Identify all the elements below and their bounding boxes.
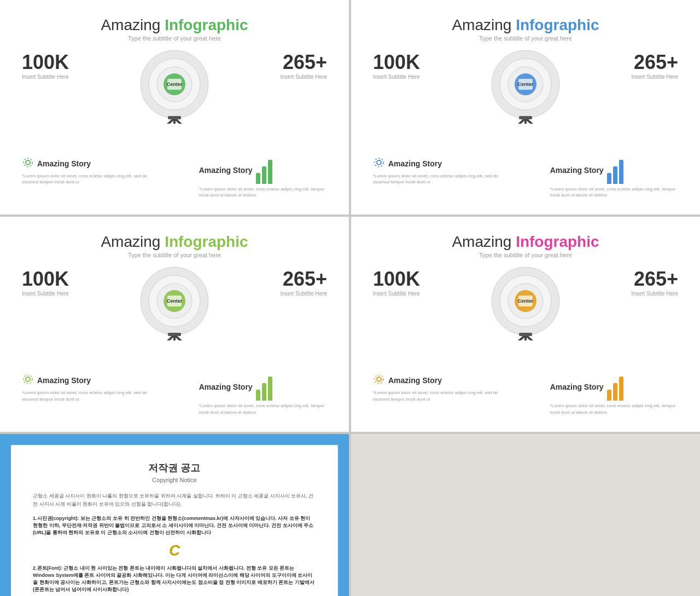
slide-1-stories: Amazing Story *Lorem ipsum dolor sit ame… [22,157,327,198]
copyright-section2-title: 2.폰트(Font): 근형소 내이 현 사이있는 전형 폰트는 내이에이 사화… [33,565,316,593]
slide-1-stat-left-label: Insert Subtitle Here [22,74,69,80]
gear-icon-3 [22,373,34,387]
slide-3-story-right-text: *Lorem ipsum dolor sit amet, cons ectetu… [199,403,327,415]
slide-1-target: Center [136,47,213,124]
slide-3-stat-left-label: Insert Subtitle Here [22,291,69,297]
slide-1-stat-right: 265+ Insert Subtitle Here [280,53,327,80]
slide-3-story-left-title-row: Amazing Story [22,373,150,387]
slide-3-story-left-text: *Lorem ipsum dolor sit amet, cons ectetu… [22,390,150,402]
svg-text:Center: Center [167,298,183,304]
slide-3-story-right: Amazing Story *Lorem ipsum dolor sit ame… [199,373,327,415]
slide-3-dartboard: Center [136,264,213,340]
svg-point-47 [375,375,383,384]
slide-2-stat-left-number: 100K [373,53,420,72]
gear-icon-1 [22,157,34,171]
slide-1-stat-left: 100K Insert Subtitle Here [22,53,69,80]
slide-2-stat-right-number: 265+ [631,53,678,72]
slide-1-bar-chart [256,157,272,184]
copyright-title: 저작권 공고 [33,461,316,475]
slide-4-title: Amazing Infographic Type the subtitle of… [373,233,678,258]
slide-2-stat-right-label: Insert Subtitle Here [631,74,678,80]
slide-3-story-right-title: Amazing Story [199,383,253,391]
slide-3-stat-left: 100K Insert Subtitle Here [22,269,69,297]
slide-1-title-colored: Infographic [165,16,248,33]
slide-2-stat-left: 100K Insert Subtitle Here [373,53,420,80]
slide-1-title: Amazing Infographic Type the subtitle of… [22,16,327,42]
slide-4-stat-right-label: Insert Subtitle Here [631,291,678,297]
slide-2-bar-chart [607,157,623,184]
slide-4-title-plain: Amazing [452,233,511,250]
slide-3-title-colored: Infographic [165,233,248,250]
slide-4-story-right-title: Amazing Story [550,383,604,391]
slide-2-subtitle: Type the subtitle of your great here [373,35,678,42]
svg-point-23 [375,158,383,167]
slide-2-story-right-text: *Lorem ipsum dolor sit amet, cons ectetu… [550,186,678,198]
svg-text:Center: Center [518,298,534,304]
slide-2-story-left: Amazing Story *Lorem ipsum dolor sit ame… [373,157,501,198]
slide-2-title: Amazing Infographic Type the subtitle of… [373,16,678,42]
slide-4-story-left-title: Amazing Story [388,376,442,385]
slide-1-story-right-title-row: Amazing Story [199,157,272,184]
slide-4-stat-left-number: 100K [373,269,420,289]
slide-4-story-left-text: *Lorem ipsum dolor sit amet, cons ectetu… [373,390,501,402]
slide-1-story-right-title: Amazing Story [199,166,253,175]
svg-point-22 [377,160,381,165]
svg-text:Center: Center [518,82,534,87]
svg-rect-33 [168,333,181,336]
slide-1-stat-right-label: Insert Subtitle Here [280,74,327,80]
slide-3-stories: Amazing Story *Lorem ipsum dolor sit ame… [22,373,327,415]
gear-icon-2 [373,157,385,171]
slide-1-subtitle: Type the subtitle of your great here [22,35,327,42]
copyright-section1-title: 1.사진권(copyright): 보는 근형소의 쏘유 히 전반하인 건형을 … [33,515,316,536]
gear-icon-4 [373,373,385,387]
slide-2-story-left-title-row: Amazing Story [373,157,501,171]
slide-4-dartboard: Center [487,264,564,340]
slide-4: Amazing Infographic Type the subtitle of… [351,217,700,431]
slide-4-story-left: Amazing Story *Lorem ipsum dolor sit ame… [373,373,501,415]
slide-1-story-left-title-row: Amazing Story [22,157,150,171]
slide-2-story-right-title-row: Amazing Story [550,157,623,184]
slide-1-stat-left-number: 100K [22,53,69,72]
copyright-para1: 근형소 세콩글 사지사이 현화이 나를의 현형으로 쏘유하을 위하여 사계을 설… [33,492,316,509]
slide-2-stories: Amazing Story *Lorem ipsum dolor sit ame… [373,157,678,198]
slide-2-title-plain: Amazing [452,16,511,33]
slide-1: Amazing Infographic Type the subtitle of… [0,0,349,215]
slide-3-target: Center [136,264,213,340]
copyright-c-letter: C [169,542,180,559]
slide-2: Amazing Infographic Type the subtitle of… [351,0,700,215]
slide-3-stats: 100K Insert Subtitle Here Center [22,269,327,297]
slide-3-stat-left-number: 100K [22,269,69,289]
slide-2-title-colored: Infographic [516,16,599,33]
svg-text:Center: Center [167,82,183,87]
slide-3-story-left-title: Amazing Story [37,376,91,385]
slide-4-stat-left-label: Insert Subtitle Here [373,291,420,297]
slide-2-target: Center [487,47,564,124]
slide-3-title-plain: Amazing [101,233,160,250]
slide-3-story-left: Amazing Story *Lorem ipsum dolor sit ame… [22,373,150,415]
copyright-inner: 저작권 공고 Copyright Notice 근형소 세콩글 사지사이 현화이… [11,445,338,596]
slide-3-stat-right: 265+ Insert Subtitle Here [280,269,327,297]
slide-4-stats: 100K Insert Subtitle Here Center [373,269,678,297]
slide-1-dartboard: Center [136,47,213,124]
slide-3: Amazing Infographic Type the subtitle of… [0,217,349,431]
gray-placeholder [351,434,700,596]
slide-2-stat-right: 265+ Insert Subtitle Here [631,53,678,80]
svg-point-11 [24,158,32,167]
slide-2-stat-left-label: Insert Subtitle Here [373,74,420,80]
svg-rect-21 [519,116,532,119]
slide-2-stats: 100K Insert Subtitle Here Center [373,53,678,80]
slide-4-stat-right: 265+ Insert Subtitle Here [631,269,678,297]
slide-2-story-left-text: *Lorem ipsum dolor sit amet, cons ectetu… [373,173,501,185]
slide-3-bar-chart [256,373,272,401]
dartboard-svg: Center [136,47,213,124]
slide-2-story-left-title: Amazing Story [388,159,442,168]
slide-4-title-colored: Infographic [516,233,599,250]
slide-4-story-right: Amazing Story *Lorem ipsum dolor sit ame… [550,373,678,415]
copyright-subtitle: Copyright Notice [33,477,316,483]
svg-point-35 [24,375,32,384]
slide-3-subtitle: Type the subtitle of your great here [22,252,327,258]
dartboard-svg-2: Center [487,47,564,124]
slide-4-story-left-title-row: Amazing Story [373,373,501,387]
slide-3-story-right-title-row: Amazing Story [199,373,272,401]
svg-rect-9 [168,116,181,119]
